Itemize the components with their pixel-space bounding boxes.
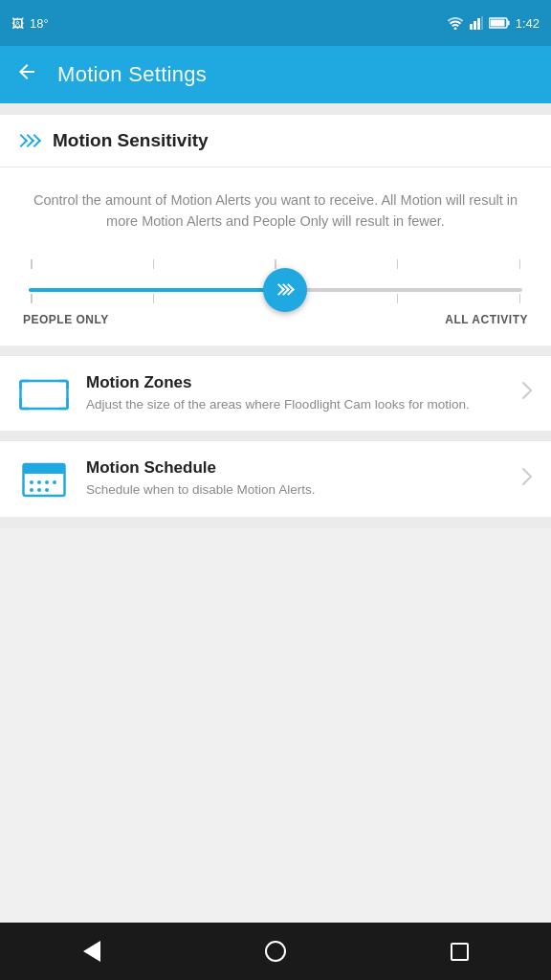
motion-schedule-item[interactable]: Motion Schedule Schedule when to disable… [0,440,551,517]
sensitivity-section: Control the amount of Motion Alerts you … [0,167,551,345]
status-bar: 🖼 18° 1:42 [0,0,551,46]
svg-point-18 [30,480,33,484]
svg-rect-3 [481,16,483,30]
content-area: Motion Sensitivity Control the amount of… [0,103,551,528]
back-button[interactable] [15,60,38,89]
motion-schedule-arrow-icon [522,468,532,490]
motion-chevrons-icon [19,136,39,145]
section-header: Motion Sensitivity [0,115,551,167]
slider-thumb[interactable] [263,268,307,312]
nav-recents-button[interactable] [435,927,483,975]
svg-point-23 [37,488,41,492]
svg-point-19 [37,480,41,484]
motion-schedule-text: Motion Schedule Schedule when to disable… [86,458,505,500]
motion-schedule-icon-container [19,461,69,498]
image-icon: 🖼 [11,16,24,31]
motion-zones-item[interactable]: Motion Zones Adjust the size of the area… [0,355,551,432]
svg-rect-5 [507,21,509,26]
time-display: 1:42 [516,16,540,31]
svg-rect-0 [470,24,473,30]
motion-zones-text: Motion Zones Adjust the size of the area… [86,373,505,414]
svg-rect-6 [490,20,504,27]
svg-point-22 [30,488,33,492]
svg-point-21 [53,480,56,484]
motion-zones-icon-container [19,375,69,412]
recents-square-icon [451,943,469,961]
sensitivity-description: Control the amount of Motion Alerts you … [19,190,532,233]
svg-point-20 [45,480,49,484]
temperature-display: 18° [30,16,49,31]
svg-rect-1 [474,21,476,30]
slider-fill [29,288,285,292]
wifi-icon [447,16,464,30]
slider-left-label: PEOPLE ONLY [23,313,109,326]
back-triangle-icon [83,941,100,962]
motion-schedule-description: Schedule when to disable Motion Alerts. [86,481,505,500]
motion-schedule-title: Motion Schedule [86,458,505,478]
motion-zones-arrow-icon [522,382,532,404]
app-bar: Motion Settings [0,46,551,103]
motion-sensitivity-card: Motion Sensitivity Control the amount of… [0,115,551,345]
page-title: Motion Settings [57,62,207,87]
motion-zones-card[interactable]: Motion Zones Adjust the size of the area… [0,355,551,432]
sensitivity-slider[interactable] [29,259,522,303]
motion-zones-title: Motion Zones [86,373,505,392]
status-bar-left: 🖼 18° [11,16,49,31]
signal-icon [470,16,483,30]
motion-sensitivity-title: Motion Sensitivity [53,130,209,151]
nav-back-button[interactable] [68,927,116,975]
motion-schedule-card[interactable]: Motion Schedule Schedule when to disable… [0,440,551,517]
svg-rect-2 [477,18,480,30]
svg-rect-17 [24,464,65,474]
svg-point-24 [45,488,49,492]
home-circle-icon [265,941,286,962]
slider-track [29,288,522,292]
battery-icon [489,17,510,29]
nav-home-button[interactable] [252,927,299,975]
motion-schedule-icon [22,461,66,498]
motion-zones-description: Adjust the size of the areas where Flood… [86,396,505,414]
navigation-bar [0,923,551,980]
slider-right-label: ALL ACTIVITY [445,313,528,326]
svg-rect-7 [21,381,68,409]
status-bar-right: 1:42 [447,16,540,31]
slider-labels: PEOPLE ONLY ALL ACTIVITY [19,313,532,326]
motion-zones-icon [19,376,69,411]
